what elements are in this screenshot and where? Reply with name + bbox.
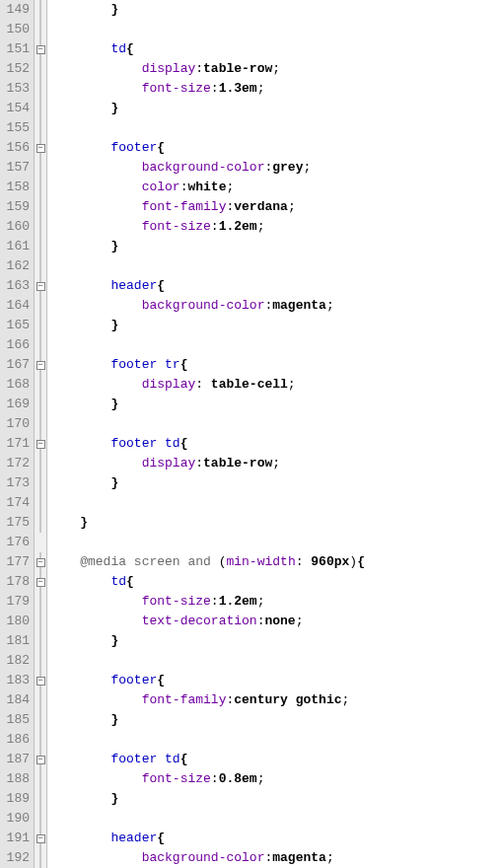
- token-brace: {: [180, 357, 188, 372]
- code-line[interactable]: }: [49, 316, 502, 335]
- code-line[interactable]: }: [49, 237, 502, 256]
- code-line[interactable]: display:table-row;: [49, 59, 502, 79]
- token-punct: :: [195, 377, 211, 392]
- code-line[interactable]: header{: [49, 276, 502, 296]
- code-line[interactable]: [49, 533, 502, 552]
- token-value: none: [264, 614, 295, 628]
- fold-cell[interactable]: −: [35, 829, 46, 848]
- line-number: 191: [0, 829, 30, 848]
- fold-cell: [35, 79, 46, 99]
- fold-cell[interactable]: −: [35, 572, 46, 592]
- fold-cell[interactable]: −: [35, 355, 46, 375]
- token-selector: header: [110, 278, 157, 293]
- code-line[interactable]: font-size:1.2em;: [49, 592, 502, 612]
- fold-toggle-icon[interactable]: −: [36, 144, 45, 153]
- token-brace: {: [126, 41, 134, 56]
- code-line[interactable]: display: table-cell;: [49, 375, 502, 395]
- fold-toggle-icon[interactable]: −: [36, 756, 45, 764]
- code-line[interactable]: }: [49, 710, 502, 730]
- fold-toggle-icon[interactable]: −: [36, 834, 45, 843]
- token-punct: ;: [296, 614, 304, 628]
- token-value: century gothic: [234, 692, 341, 707]
- code-line[interactable]: footer{: [49, 138, 502, 158]
- fold-cell[interactable]: −: [35, 138, 46, 158]
- code-line[interactable]: color:white;: [49, 178, 502, 197]
- fold-cell[interactable]: −: [35, 750, 46, 769]
- token-punct: ;: [257, 771, 265, 786]
- code-line[interactable]: display:table-row;: [49, 454, 502, 473]
- code-line[interactable]: background-color:grey;: [49, 158, 502, 178]
- code-line[interactable]: [49, 118, 502, 138]
- fold-toggle-icon[interactable]: −: [36, 45, 45, 54]
- line-number: 182: [0, 651, 30, 671]
- code-line[interactable]: background-color:magenta;: [49, 848, 502, 868]
- token-punct: ;: [257, 81, 265, 96]
- fold-toggle-icon[interactable]: −: [36, 558, 45, 567]
- fold-cell[interactable]: −: [35, 39, 46, 59]
- fold-toggle-icon[interactable]: −: [36, 282, 45, 291]
- fold-cell: [35, 59, 46, 79]
- line-number: 162: [0, 256, 30, 276]
- code-line[interactable]: td{: [49, 39, 502, 59]
- code-line[interactable]: }: [49, 513, 502, 533]
- code-line[interactable]: font-size:0.8em;: [49, 769, 502, 789]
- token-value: grey: [272, 160, 303, 175]
- code-line[interactable]: @media screen and (min-width: 960px){: [49, 552, 502, 572]
- code-line[interactable]: [49, 493, 502, 513]
- line-number: 181: [0, 631, 30, 651]
- code-line[interactable]: text-decoration:none;: [49, 612, 502, 631]
- token-prop: color: [142, 180, 180, 194]
- code-line[interactable]: }: [49, 631, 502, 651]
- token-punct: ;: [257, 594, 265, 609]
- fold-toggle-icon[interactable]: −: [36, 578, 45, 587]
- fold-cell: [35, 296, 46, 316]
- code-line[interactable]: font-family:verdana;: [49, 197, 502, 217]
- code-line[interactable]: [49, 730, 502, 750]
- code-line[interactable]: [49, 256, 502, 276]
- fold-toggle-icon[interactable]: −: [36, 677, 45, 686]
- code-line[interactable]: [49, 20, 502, 39]
- line-number: 185: [0, 710, 30, 730]
- code-line[interactable]: td{: [49, 572, 502, 592]
- token-prop: font-family: [142, 199, 227, 214]
- code-line[interactable]: footer{: [49, 671, 502, 690]
- fold-toggle-icon[interactable]: −: [36, 440, 45, 449]
- code-line[interactable]: header{: [49, 829, 502, 848]
- code-line[interactable]: font-size:1.2em;: [49, 217, 502, 237]
- code-line[interactable]: }: [49, 99, 502, 118]
- fold-cell: [35, 0, 46, 20]
- token-prop: background-color: [142, 850, 265, 865]
- code-line[interactable]: }: [49, 473, 502, 493]
- code-line[interactable]: }: [49, 0, 502, 20]
- line-number: 172: [0, 454, 30, 473]
- code-line[interactable]: [49, 335, 502, 355]
- code-line[interactable]: }: [49, 789, 502, 809]
- code-line[interactable]: footer tr{: [49, 355, 502, 375]
- fold-cell: [35, 631, 46, 651]
- code-line[interactable]: }: [49, 395, 502, 414]
- fold-toggle-icon[interactable]: −: [36, 361, 45, 370]
- line-number: 154: [0, 99, 30, 118]
- code-line[interactable]: font-family:century gothic;: [49, 690, 502, 710]
- code-line[interactable]: footer td{: [49, 750, 502, 769]
- token-brace: {: [157, 673, 165, 687]
- line-number: 180: [0, 612, 30, 631]
- fold-cell[interactable]: −: [35, 552, 46, 572]
- line-number: 190: [0, 809, 30, 829]
- code-line[interactable]: [49, 414, 502, 434]
- fold-cell: [35, 690, 46, 710]
- fold-cell: [35, 256, 46, 276]
- code-line[interactable]: [49, 651, 502, 671]
- code-line[interactable]: background-color:magenta;: [49, 296, 502, 316]
- code-line[interactable]: font-size:1.3em;: [49, 79, 502, 99]
- fold-cell: [35, 513, 46, 533]
- line-number: 177: [0, 552, 30, 572]
- fold-cell: [35, 237, 46, 256]
- code-line[interactable]: [49, 809, 502, 829]
- fold-cell[interactable]: −: [35, 276, 46, 296]
- fold-cell[interactable]: −: [35, 434, 46, 454]
- token-punct: ;: [288, 199, 296, 214]
- fold-cell[interactable]: −: [35, 671, 46, 690]
- code-line[interactable]: footer td{: [49, 434, 502, 454]
- code-area[interactable]: } td{ display:table-row; font-size:1.3em…: [47, 0, 502, 868]
